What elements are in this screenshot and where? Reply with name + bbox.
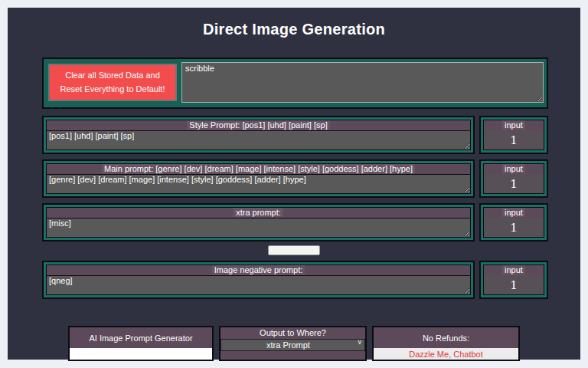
negative-prompt-header: Image negative prompt: <box>46 264 471 275</box>
ai-generator-label: AI Image Prompt Generator <box>70 327 212 348</box>
ai-generator-input[interactable] <box>70 348 212 360</box>
xtra-prompt-box: xtra prompt: [misc] <box>42 203 475 242</box>
xtra-count-label-text: input <box>502 208 525 217</box>
ai-generator-box: AI Image Prompt Generator <box>68 326 214 361</box>
negative-prompt-header-text: Image negative prompt: <box>212 265 305 274</box>
main-count-box: input <box>479 159 548 198</box>
output-destination-box: Output to Where? xtra Prompt ∨ <box>219 326 367 361</box>
page-title: Direct Image Generation <box>8 21 580 38</box>
style-prompt-textarea[interactable]: [pos1] [uhd] [paint] [sp] <box>46 130 471 150</box>
reset-section: Clear all Stored Data and Reset Everythi… <box>42 58 548 109</box>
main-prompt-textarea[interactable]: [genre] [dev] [dream] [mage] [intense] [… <box>46 174 471 194</box>
negative-count-label-text: input <box>502 265 525 274</box>
no-refunds-label: No Refunds: <box>374 327 518 348</box>
footer-row: AI Image Prompt Generator Output to Wher… <box>8 326 580 361</box>
style-count-label: input <box>483 120 544 130</box>
negative-count-label: input <box>483 264 544 275</box>
negative-prompt-textarea[interactable]: [qneg] <box>46 275 471 295</box>
clear-all-data-button[interactable]: Clear all Stored Data and Reset Everythi… <box>48 64 177 101</box>
app-panel: Direct Image Generation Clear all Stored… <box>8 8 580 360</box>
xtra-prompt-section: xtra prompt: [misc] input <box>42 203 548 242</box>
style-count-box: input <box>479 116 548 154</box>
main-count-input[interactable] <box>483 174 544 194</box>
dazzle-me-chatbot-button[interactable]: Dazzle Me, Chatbot <box>374 348 518 360</box>
main-prompt-header: Main prompt: [genre] [dev] [dream] [mage… <box>46 163 471 174</box>
style-count-label-text: input <box>502 120 525 130</box>
main-prompt-box: Main prompt: [genre] [dev] [dream] [mage… <box>42 159 475 198</box>
style-prompt-header: Style Prompt: [pos1] [uhd] [paint] [sp] <box>46 120 471 130</box>
no-refunds-box: No Refunds: Dazzle Me, Chatbot <box>372 326 520 361</box>
xtra-prompt-textarea[interactable]: [misc] <box>46 218 471 238</box>
scratch-textarea[interactable]: scribble <box>181 62 544 103</box>
xtra-prompt-header: xtra prompt: <box>46 207 471 218</box>
style-prompt-header-text: Style Prompt: [pos1] [uhd] [paint] [sp] <box>187 120 329 130</box>
main-prompt-section: Main prompt: [genre] [dev] [dream] [mage… <box>42 159 548 198</box>
main-prompt-header-text: Main prompt: [genre] [dev] [dream] [mage… <box>102 164 415 173</box>
style-prompt-box: Style Prompt: [pos1] [uhd] [paint] [sp] … <box>42 116 475 154</box>
output-select-wrap: xtra Prompt ∨ <box>220 337 365 350</box>
main-count-label: input <box>483 163 544 174</box>
output-destination-select[interactable]: xtra Prompt <box>220 339 365 351</box>
xtra-count-box: input <box>479 203 548 242</box>
xtra-prompt-header-text: xtra prompt: <box>234 208 283 217</box>
negative-prompt-section: Image negative prompt: [qneg] input <box>42 261 548 299</box>
negative-count-box: input <box>479 261 548 299</box>
output-destination-label: Output to Where? <box>220 327 365 337</box>
blank-spacer-button[interactable] <box>268 245 320 255</box>
xtra-count-label: input <box>483 207 544 218</box>
style-prompt-section: Style Prompt: [pos1] [uhd] [paint] [sp] … <box>42 116 548 154</box>
negative-prompt-box: Image negative prompt: [qneg] <box>42 261 475 299</box>
negative-count-input[interactable] <box>483 275 544 295</box>
xtra-count-input[interactable] <box>483 218 544 238</box>
main-count-label-text: input <box>502 164 525 173</box>
style-count-input[interactable] <box>483 130 544 150</box>
